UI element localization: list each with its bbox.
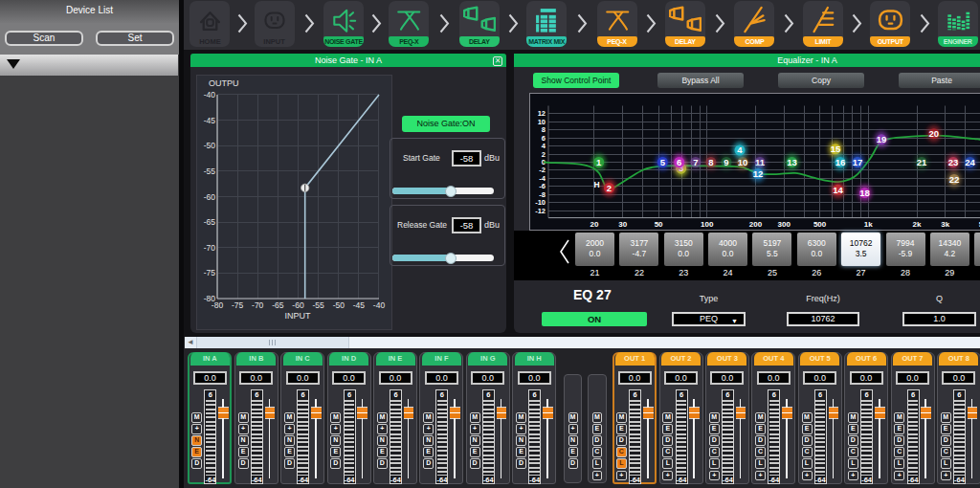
svg-text:-45: -45 bbox=[204, 116, 216, 125]
svg-text:20: 20 bbox=[928, 128, 939, 139]
svg-text:12: 12 bbox=[752, 168, 763, 179]
svg-text:-45: -45 bbox=[353, 300, 366, 310]
svg-text:2: 2 bbox=[606, 183, 611, 193]
svg-text:-4: -4 bbox=[539, 174, 546, 183]
svg-text:2: 2 bbox=[541, 150, 545, 159]
svg-text:-65: -65 bbox=[204, 217, 216, 227]
svg-text:-55: -55 bbox=[312, 300, 324, 310]
svg-text:100: 100 bbox=[701, 220, 714, 229]
svg-text:-60: -60 bbox=[292, 300, 304, 310]
svg-text:H: H bbox=[593, 180, 599, 189]
svg-text:-70: -70 bbox=[204, 243, 216, 253]
svg-text:-75: -75 bbox=[204, 268, 216, 277]
svg-text:-40: -40 bbox=[373, 300, 386, 310]
svg-text:50: 50 bbox=[654, 220, 662, 229]
svg-text:15: 15 bbox=[830, 144, 840, 154]
svg-text:16: 16 bbox=[835, 157, 845, 167]
svg-text:-60: -60 bbox=[204, 192, 216, 202]
svg-text:-12: -12 bbox=[535, 207, 546, 215]
svg-text:300: 300 bbox=[777, 220, 791, 229]
svg-text:6: 6 bbox=[677, 157, 681, 167]
svg-text:9: 9 bbox=[724, 157, 728, 167]
svg-text:-50: -50 bbox=[204, 141, 216, 150]
svg-text:2k: 2k bbox=[912, 220, 921, 229]
svg-text:24: 24 bbox=[965, 157, 975, 167]
svg-text:500: 500 bbox=[813, 220, 826, 229]
svg-text:-6: -6 bbox=[539, 182, 546, 190]
svg-text:200: 200 bbox=[748, 220, 762, 229]
svg-text:INPUT: INPUT bbox=[285, 311, 312, 321]
svg-text:30: 30 bbox=[618, 220, 627, 229]
svg-text:14: 14 bbox=[833, 185, 843, 195]
svg-text:-70: -70 bbox=[252, 300, 264, 310]
svg-text:13: 13 bbox=[787, 157, 797, 167]
svg-text:21: 21 bbox=[916, 157, 926, 167]
svg-text:-40: -40 bbox=[204, 90, 216, 100]
svg-text:3k: 3k bbox=[941, 220, 949, 229]
svg-text:8: 8 bbox=[541, 125, 545, 134]
svg-text:1k: 1k bbox=[863, 220, 872, 229]
svg-text:18: 18 bbox=[859, 188, 870, 198]
svg-text:17: 17 bbox=[852, 157, 862, 167]
svg-text:-2: -2 bbox=[539, 166, 546, 174]
svg-text:6: 6 bbox=[541, 134, 545, 143]
svg-text:-10: -10 bbox=[535, 198, 546, 207]
svg-text:5: 5 bbox=[659, 157, 665, 167]
svg-text:-65: -65 bbox=[272, 300, 284, 310]
svg-text:8: 8 bbox=[708, 157, 713, 167]
svg-text:7: 7 bbox=[693, 157, 698, 167]
svg-text:1: 1 bbox=[596, 157, 602, 167]
svg-text:20: 20 bbox=[590, 220, 598, 229]
svg-text:10: 10 bbox=[537, 118, 545, 126]
svg-text:-8: -8 bbox=[539, 190, 546, 199]
svg-text:12: 12 bbox=[537, 109, 545, 118]
svg-text:22: 22 bbox=[948, 174, 959, 185]
svg-text:-50: -50 bbox=[333, 300, 345, 310]
svg-text:19: 19 bbox=[876, 134, 886, 144]
svg-text:4: 4 bbox=[541, 142, 546, 150]
svg-text:-80: -80 bbox=[212, 300, 224, 310]
svg-text:4: 4 bbox=[737, 144, 743, 155]
svg-text:-55: -55 bbox=[204, 166, 216, 176]
svg-text:-75: -75 bbox=[232, 300, 244, 310]
svg-text:23: 23 bbox=[947, 157, 958, 167]
svg-text:OUTPU: OUTPU bbox=[209, 78, 239, 88]
